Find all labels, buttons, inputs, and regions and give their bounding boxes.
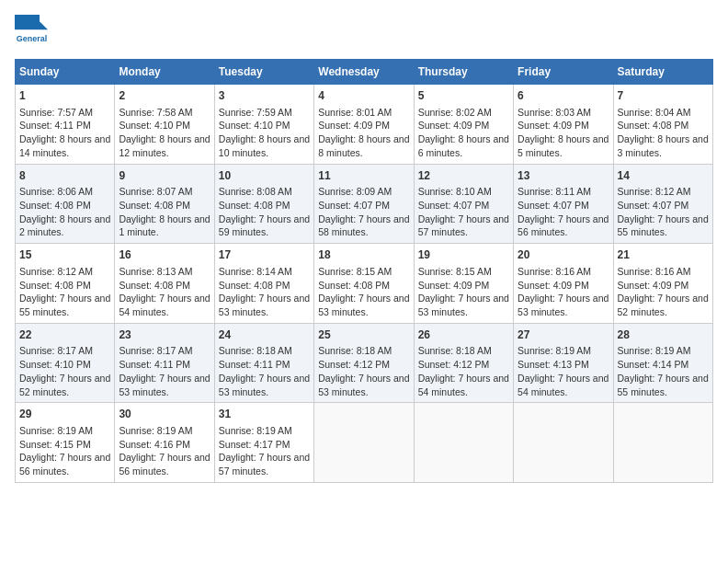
day-number: 31	[219, 407, 310, 422]
sunset-text: Sunset: 4:16 PM	[119, 439, 190, 450]
sunrise-text: Sunrise: 8:11 AM	[518, 186, 591, 197]
sunrise-text: Sunrise: 8:18 AM	[418, 345, 492, 356]
calendar-cell: 20Sunrise: 8:16 AMSunset: 4:09 PMDayligh…	[514, 244, 613, 324]
day-number: 22	[19, 327, 110, 343]
calendar-cell: 2Sunrise: 7:58 AMSunset: 4:10 PMDaylight…	[115, 85, 214, 165]
day-number: 18	[318, 247, 409, 263]
daylight-text: Daylight: 8 hours and 2 minutes.	[19, 213, 110, 238]
calendar-cell: 14Sunrise: 8:12 AMSunset: 4:07 PMDayligh…	[613, 164, 712, 244]
calendar-week-row: 29Sunrise: 8:19 AMSunset: 4:15 PMDayligh…	[16, 403, 713, 483]
calendar-cell: 12Sunrise: 8:10 AMSunset: 4:07 PMDayligh…	[414, 164, 513, 244]
daylight-text: Daylight: 7 hours and 54 minutes.	[418, 373, 509, 397]
daylight-text: Daylight: 7 hours and 56 minutes.	[119, 452, 210, 477]
sunrise-text: Sunrise: 8:19 AM	[119, 425, 192, 436]
calendar-cell: 27Sunrise: 8:19 AMSunset: 4:13 PMDayligh…	[514, 323, 613, 403]
sunset-text: Sunset: 4:08 PM	[219, 200, 290, 211]
day-number: 30	[119, 407, 210, 422]
sunset-text: Sunset: 4:08 PM	[618, 120, 689, 131]
sunset-text: Sunset: 4:10 PM	[119, 120, 190, 131]
daylight-text: Daylight: 7 hours and 53 minutes.	[518, 293, 609, 317]
calendar-cell: 8Sunrise: 8:06 AMSunset: 4:08 PMDaylight…	[16, 164, 115, 244]
day-number: 15	[19, 247, 110, 263]
svg-rect-2	[15, 15, 40, 29]
calendar-week-row: 8Sunrise: 8:06 AMSunset: 4:08 PMDaylight…	[16, 164, 713, 244]
day-number: 20	[518, 247, 609, 263]
daylight-text: Daylight: 7 hours and 55 minutes.	[19, 293, 110, 317]
sunrise-text: Sunrise: 8:18 AM	[318, 345, 392, 356]
sunrise-text: Sunrise: 8:12 AM	[19, 266, 93, 277]
daylight-text: Daylight: 8 hours and 10 minutes.	[219, 133, 310, 158]
daylight-text: Daylight: 7 hours and 52 minutes.	[19, 373, 110, 397]
day-number: 27	[518, 327, 609, 343]
daylight-text: Daylight: 8 hours and 6 minutes.	[418, 133, 509, 158]
daylight-text: Daylight: 8 hours and 8 minutes.	[318, 133, 409, 158]
sunset-text: Sunset: 4:12 PM	[318, 359, 390, 370]
calendar-week-row: 15Sunrise: 8:12 AMSunset: 4:08 PMDayligh…	[16, 244, 713, 324]
daylight-text: Daylight: 8 hours and 1 minute.	[119, 213, 210, 238]
daylight-text: Daylight: 7 hours and 56 minutes.	[518, 213, 609, 238]
daylight-text: Daylight: 8 hours and 5 minutes.	[518, 133, 609, 158]
calendar-week-row: 22Sunrise: 8:17 AMSunset: 4:10 PMDayligh…	[16, 323, 713, 403]
sunset-text: Sunset: 4:08 PM	[219, 280, 290, 291]
daylight-text: Daylight: 7 hours and 53 minutes.	[318, 293, 409, 317]
day-number: 13	[518, 168, 609, 184]
sunrise-text: Sunrise: 8:08 AM	[219, 186, 292, 197]
sunrise-text: Sunrise: 8:14 AM	[219, 266, 292, 277]
sunset-text: Sunset: 4:11 PM	[219, 359, 290, 370]
daylight-text: Daylight: 7 hours and 53 minutes.	[219, 373, 310, 397]
sunrise-text: Sunrise: 7:57 AM	[19, 107, 93, 118]
daylight-text: Daylight: 7 hours and 59 minutes.	[219, 213, 310, 238]
calendar-cell: 18Sunrise: 8:15 AMSunset: 4:08 PMDayligh…	[314, 244, 414, 324]
sunrise-text: Sunrise: 8:13 AM	[119, 266, 192, 277]
calendar-cell: 16Sunrise: 8:13 AMSunset: 4:08 PMDayligh…	[115, 244, 214, 324]
day-number: 12	[418, 168, 509, 184]
calendar-cell	[613, 403, 712, 483]
daylight-text: Daylight: 7 hours and 54 minutes.	[518, 373, 609, 397]
calendar-header-row: SundayMondayTuesdayWednesdayThursdayFrid…	[16, 60, 713, 85]
sunrise-text: Sunrise: 8:02 AM	[418, 107, 492, 118]
sunset-text: Sunset: 4:08 PM	[119, 280, 190, 291]
column-header-sunday: Sunday	[16, 60, 115, 85]
calendar-cell: 19Sunrise: 8:15 AMSunset: 4:09 PMDayligh…	[414, 244, 513, 324]
daylight-text: Daylight: 8 hours and 14 minutes.	[19, 133, 110, 158]
sunrise-text: Sunrise: 8:19 AM	[219, 425, 292, 436]
calendar-cell: 7Sunrise: 8:04 AMSunset: 4:08 PMDaylight…	[613, 85, 712, 165]
day-number: 25	[318, 327, 409, 343]
day-number: 26	[418, 327, 509, 343]
sunset-text: Sunset: 4:11 PM	[119, 359, 190, 370]
sunset-text: Sunset: 4:10 PM	[19, 359, 91, 370]
sunset-text: Sunset: 4:14 PM	[618, 359, 689, 370]
sunrise-text: Sunrise: 8:03 AM	[518, 107, 591, 118]
daylight-text: Daylight: 7 hours and 56 minutes.	[19, 452, 110, 477]
daylight-text: Daylight: 7 hours and 53 minutes.	[318, 373, 409, 397]
logo: General	[15, 15, 51, 48]
sunset-text: Sunset: 4:09 PM	[518, 120, 589, 131]
day-number: 9	[119, 168, 210, 184]
sunset-text: Sunset: 4:08 PM	[119, 200, 190, 211]
daylight-text: Daylight: 7 hours and 54 minutes.	[119, 293, 210, 317]
sunrise-text: Sunrise: 8:12 AM	[618, 186, 691, 197]
sunset-text: Sunset: 4:08 PM	[19, 280, 91, 291]
sunrise-text: Sunrise: 7:59 AM	[219, 107, 292, 118]
sunset-text: Sunset: 4:11 PM	[19, 120, 91, 131]
calendar-cell: 6Sunrise: 8:03 AMSunset: 4:09 PMDaylight…	[514, 85, 613, 165]
column-header-thursday: Thursday	[414, 60, 513, 85]
sunset-text: Sunset: 4:09 PM	[418, 280, 490, 291]
calendar-cell: 4Sunrise: 8:01 AMSunset: 4:09 PMDaylight…	[314, 85, 414, 165]
sunset-text: Sunset: 4:07 PM	[518, 200, 589, 211]
sunset-text: Sunset: 4:07 PM	[318, 200, 390, 211]
day-number: 6	[518, 88, 609, 104]
day-number: 10	[219, 168, 310, 184]
sunrise-text: Sunrise: 8:15 AM	[418, 266, 492, 277]
sunset-text: Sunset: 4:10 PM	[219, 120, 290, 131]
calendar-cell	[514, 403, 613, 483]
sunrise-text: Sunrise: 8:19 AM	[19, 425, 93, 436]
calendar-week-row: 1Sunrise: 7:57 AMSunset: 4:11 PMDaylight…	[16, 85, 713, 165]
column-header-saturday: Saturday	[613, 60, 712, 85]
sunset-text: Sunset: 4:07 PM	[618, 200, 689, 211]
calendar-cell: 5Sunrise: 8:02 AMSunset: 4:09 PMDaylight…	[414, 85, 513, 165]
calendar-cell: 17Sunrise: 8:14 AMSunset: 4:08 PMDayligh…	[214, 244, 313, 324]
sunrise-text: Sunrise: 8:17 AM	[19, 345, 93, 356]
calendar-cell: 28Sunrise: 8:19 AMSunset: 4:14 PMDayligh…	[613, 323, 712, 403]
sunset-text: Sunset: 4:09 PM	[318, 120, 390, 131]
